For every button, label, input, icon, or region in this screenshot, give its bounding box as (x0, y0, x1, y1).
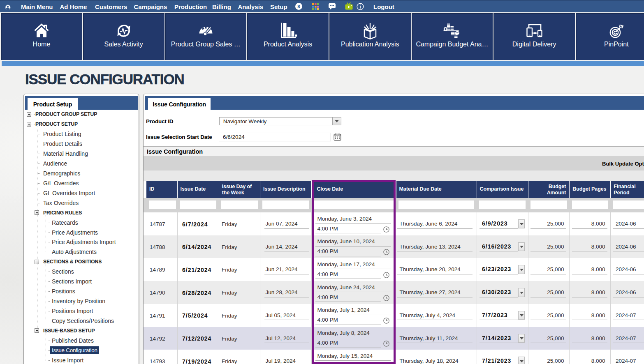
svg-text:8: 8 (297, 4, 300, 9)
